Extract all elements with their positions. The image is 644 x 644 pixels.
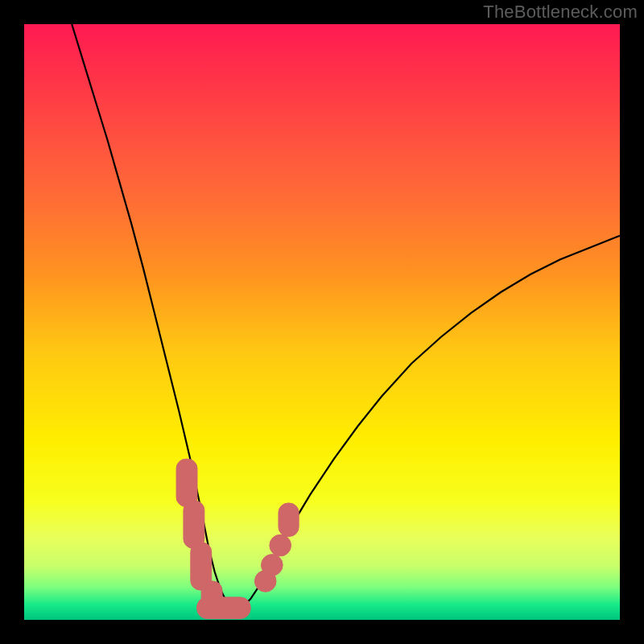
gradient-background [24, 24, 620, 620]
plot-area [24, 24, 620, 620]
attribution-label: TheBottleneck.com [483, 2, 638, 23]
curve-marker [262, 555, 283, 576]
curve-marker [176, 459, 197, 506]
chart-frame: TheBottleneck.com [0, 0, 644, 644]
curve-marker [279, 503, 299, 536]
plot-svg [24, 24, 620, 620]
curve-marker [197, 597, 251, 619]
curve-marker [184, 501, 204, 548]
curve-marker [270, 535, 291, 556]
